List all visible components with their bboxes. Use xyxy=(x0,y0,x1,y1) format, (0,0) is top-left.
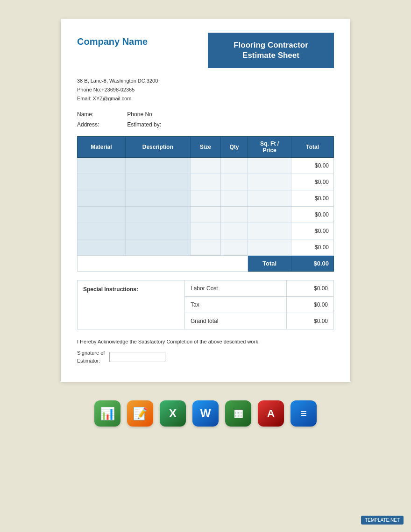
cell-size xyxy=(190,158,220,174)
cell-size xyxy=(190,174,220,190)
numbers-icon[interactable]: 📊 xyxy=(94,400,120,427)
company-phone: Phone No:+23698-02365 xyxy=(77,85,334,94)
company-address: 38 B, Lane-8, Washington DC,3200 xyxy=(77,77,334,85)
company-info: 38 B, Lane-8, Washington DC,3200 Phone N… xyxy=(77,77,334,103)
docs-icon[interactable]: ≡ xyxy=(291,400,317,427)
cell-material xyxy=(78,190,126,207)
cell-material xyxy=(78,207,126,223)
name-label: Name: xyxy=(77,111,93,118)
icons-row: 📊📝XW▦A≡ xyxy=(94,400,317,427)
cost-row: Tax$0.00 xyxy=(185,297,333,313)
table-row: $0.00 xyxy=(78,207,334,223)
cell-material xyxy=(78,158,126,174)
acknowledgment-text: I Hereby Acknowledge the Satisfactory Co… xyxy=(77,338,334,346)
cost-value: $0.00 xyxy=(287,280,333,296)
phone-label: Phone No: xyxy=(127,111,154,118)
table-header-row: Material Description Size Qty Sq. Ft /Pr… xyxy=(78,137,334,158)
cell-sqft xyxy=(248,207,291,223)
table-row: $0.00 xyxy=(78,239,334,256)
cost-row: Grand total$0.00 xyxy=(185,313,333,329)
th-description: Description xyxy=(125,137,190,158)
cell-description xyxy=(125,223,190,239)
cell-qty xyxy=(220,174,248,190)
title-box: Flooring Contractor Estimate Sheet xyxy=(208,33,334,68)
cell-size xyxy=(190,239,220,256)
th-qty: Qty xyxy=(220,137,248,158)
th-total: Total xyxy=(291,137,334,158)
table-row: $0.00 xyxy=(78,158,334,174)
excel-icon[interactable]: X xyxy=(160,400,186,427)
footer-value: $0.00 xyxy=(291,256,334,272)
table-row: $0.00 xyxy=(78,174,334,190)
doc-header: Company Name Flooring Contractor Estimat… xyxy=(77,33,334,68)
cost-label: Labor Cost xyxy=(185,280,287,296)
cell-qty xyxy=(220,190,248,207)
estimated-field: Estimated by: xyxy=(127,121,161,128)
footer-label: Total xyxy=(248,256,291,272)
cell-description xyxy=(125,239,190,256)
word-icon[interactable]: W xyxy=(192,400,219,427)
cell-qty xyxy=(220,239,248,256)
cell-sqft xyxy=(248,158,291,174)
pdf-icon[interactable]: A xyxy=(258,400,284,427)
name-field: Name: xyxy=(77,111,99,118)
pages-icon[interactable]: 📝 xyxy=(127,400,153,427)
company-email: Email: XYZ@gmail.com xyxy=(77,94,334,103)
cell-total: $0.00 xyxy=(291,158,334,174)
table-row: $0.00 xyxy=(78,190,334,207)
client-info: Name: Address: Phone No: Estimated by: xyxy=(77,111,334,128)
cell-description xyxy=(125,207,190,223)
address-label: Address: xyxy=(77,121,99,128)
bottom-section: Special Instructions: Labor Cost$0.00Tax… xyxy=(77,280,334,329)
cell-size xyxy=(190,207,220,223)
special-instructions: Special Instructions: xyxy=(78,280,185,329)
table-footer-row: Total $0.00 xyxy=(78,256,334,272)
cell-sqft xyxy=(248,190,291,207)
cell-total: $0.00 xyxy=(291,190,334,207)
cell-size xyxy=(190,223,220,239)
cell-description xyxy=(125,190,190,207)
special-instructions-label: Special Instructions: xyxy=(83,286,138,293)
document-container: Company Name Flooring Contractor Estimat… xyxy=(61,19,350,382)
cost-row: Labor Cost$0.00 xyxy=(185,280,333,297)
table-row: $0.00 xyxy=(78,223,334,239)
cell-total: $0.00 xyxy=(291,239,334,256)
client-right-col: Phone No: Estimated by: xyxy=(127,111,161,128)
title-line2: Estimate Sheet xyxy=(242,51,299,60)
sheets-icon[interactable]: ▦ xyxy=(225,400,251,427)
cell-description xyxy=(125,158,190,174)
acknowledgment: I Hereby Acknowledge the Satisfactory Co… xyxy=(77,338,334,365)
cell-qty xyxy=(220,207,248,223)
cost-value: $0.00 xyxy=(287,297,333,313)
signature-label: Signature ofEstimator: xyxy=(77,349,105,365)
company-name: Company Name xyxy=(77,33,148,47)
th-material: Material xyxy=(78,137,126,158)
cell-total: $0.00 xyxy=(291,223,334,239)
client-left-col: Name: Address: xyxy=(77,111,99,128)
cost-table: Labor Cost$0.00Tax$0.00Grand total$0.00 xyxy=(185,280,333,329)
th-size: Size xyxy=(190,137,220,158)
cell-material xyxy=(78,223,126,239)
cell-qty xyxy=(220,223,248,239)
cell-total: $0.00 xyxy=(291,207,334,223)
signature-box[interactable] xyxy=(109,352,165,362)
signature-line: Signature ofEstimator: xyxy=(77,349,334,365)
cell-sqft xyxy=(248,174,291,190)
cell-material xyxy=(78,239,126,256)
title-line1: Flooring Contractor xyxy=(234,41,308,49)
cell-total: $0.00 xyxy=(291,174,334,190)
cell-sqft xyxy=(248,239,291,256)
cost-label: Tax xyxy=(185,297,287,313)
th-sqft: Sq. Ft /Price xyxy=(248,137,291,158)
template-badge: TEMPLATE.NET xyxy=(361,516,404,525)
cell-sqft xyxy=(248,223,291,239)
cell-qty xyxy=(220,158,248,174)
estimate-table: Material Description Size Qty Sq. Ft /Pr… xyxy=(77,136,334,272)
cost-label: Grand total xyxy=(185,313,287,329)
phone-field: Phone No: xyxy=(127,111,161,118)
cell-size xyxy=(190,190,220,207)
estimated-label: Estimated by: xyxy=(127,121,161,128)
cost-value: $0.00 xyxy=(287,313,333,329)
cell-description xyxy=(125,174,190,190)
address-field: Address: xyxy=(77,121,99,128)
